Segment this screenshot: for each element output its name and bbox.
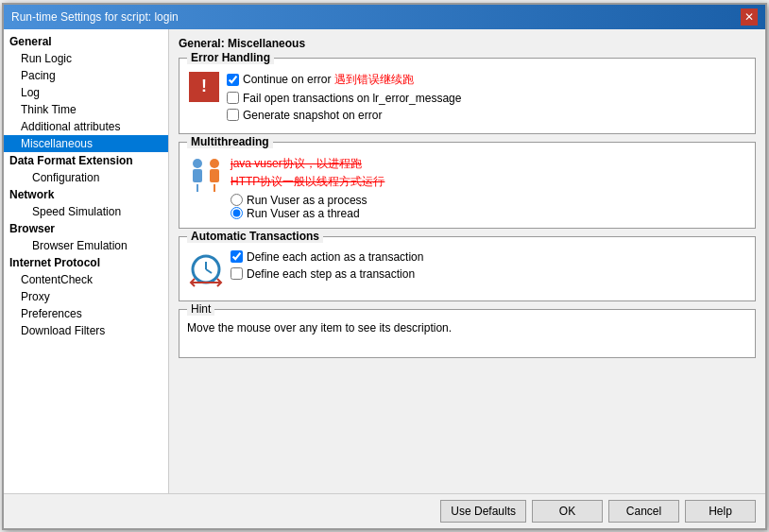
multithreading-title: Multithreading [187, 135, 273, 148]
checkbox-action-transaction-row: Define each action as a transaction [231, 250, 423, 264]
cancel-button[interactable]: Cancel [608, 500, 679, 523]
checkbox-fail-open[interactable] [227, 92, 239, 104]
sidebar-item-1[interactable]: Run Logic [4, 50, 168, 67]
sidebar-item-7[interactable]: Data Format Extension [4, 152, 168, 169]
radio-thread-row: Run Vuser as a thread [231, 207, 384, 220]
multithreading-section: java vuser协议，以进程跑 HTTP协议一般以线程方式运行 Run Vu… [189, 156, 745, 220]
sidebar-item-9[interactable]: Network [4, 186, 168, 203]
checkbox-step-transaction-row: Define each step as a transaction [231, 267, 423, 281]
checkbox-snapshot[interactable] [227, 109, 239, 121]
sidebar-item-16[interactable]: Preferences [4, 305, 168, 322]
checkbox-action-transaction[interactable] [231, 250, 243, 263]
radio-process-label: Run Vuser as a process [247, 194, 367, 207]
sidebar-item-17[interactable]: Download Filters [4, 322, 168, 339]
checkbox-snapshot-label: Generate snapshot on error [243, 109, 382, 122]
auto-trans-section: Define each action as a transaction Defi… [189, 250, 745, 293]
title-bar: Run-time Settings for script: login ✕ [4, 5, 765, 29]
main-panel: General: Miscellaneous Error Handling ! … [169, 29, 765, 493]
svg-rect-3 [210, 169, 219, 182]
auto-transactions-group: Automatic Transactions [179, 236, 756, 301]
sidebar-item-6[interactable]: Miscellaneous [4, 135, 168, 152]
error-handling-group: Error Handling ! Continue on error 遇到错误继… [179, 58, 756, 134]
checkbox-step-transaction-label: Define each step as a transaction [247, 267, 415, 281]
auto-trans-checkboxes: Define each action as a transaction Defi… [231, 250, 423, 284]
close-button[interactable]: ✕ [741, 9, 758, 26]
hint-content: Move the mouse over any item to see its … [179, 310, 755, 357]
svg-line-8 [206, 269, 212, 273]
error-icon: ! [189, 72, 219, 102]
content-area: GeneralRun LogicPacingLogThink TimeAddit… [4, 29, 765, 493]
mt-annotation-line2: HTTP协议一般以线程方式运行 [231, 175, 384, 188]
sidebar-item-8[interactable]: Configuration [4, 169, 168, 186]
sidebar-item-10[interactable]: Speed Simulation [4, 203, 168, 220]
checkbox-fail-open-row: Fail open transactions on lr_error_messa… [227, 92, 461, 105]
annotation-continue-on-error: 遇到错误继续跑 [334, 72, 414, 88]
checkbox-action-transaction-label: Define each action as a transaction [247, 250, 423, 264]
help-button[interactable]: Help [685, 500, 756, 523]
checkbox-continue-on-error[interactable] [227, 74, 239, 86]
mt-icon-svg [189, 158, 223, 196]
sidebar-item-11[interactable]: Browser [4, 220, 168, 237]
multithreading-group: Multithreading [179, 142, 756, 229]
footer: Use Defaults OK Cancel Help [4, 493, 765, 528]
checkbox-continue-on-error-row: Continue on error 遇到错误继续跑 [227, 72, 461, 88]
hint-title: Hint [187, 302, 214, 316]
svg-rect-1 [193, 169, 202, 182]
svg-point-2 [210, 159, 219, 168]
sidebar-item-13[interactable]: Internet Protocol [4, 254, 168, 271]
auto-transactions-content: Define each action as a transaction Defi… [179, 237, 755, 300]
checkbox-step-transaction[interactable] [231, 267, 243, 280]
checkbox-continue-on-error-label: Continue on error [243, 73, 331, 86]
auto-transactions-title: Automatic Transactions [187, 230, 323, 243]
sidebar-item-12[interactable]: Browser Emulation [4, 237, 168, 254]
use-defaults-button[interactable]: Use Defaults [440, 500, 526, 523]
sidebar-item-14[interactable]: ContentCheck [4, 271, 168, 288]
sidebar-item-4[interactable]: Think Time [4, 101, 168, 118]
error-checkboxes: Continue on error 遇到错误继续跑 Fail open tran… [227, 72, 461, 126]
auto-trans-icon [189, 250, 223, 293]
section-title: General: Miscellaneous [179, 37, 756, 50]
hint-text: Move the mouse over any item to see its … [187, 321, 452, 335]
sidebar-item-15[interactable]: Proxy [4, 288, 168, 305]
checkbox-fail-open-label: Fail open transactions on lr_error_messa… [243, 92, 461, 105]
error-handling-content: ! Continue on error 遇到错误继续跑 Fail open tr… [179, 59, 755, 133]
multithreading-radios-block: java vuser协议，以进程跑 HTTP协议一般以线程方式运行 Run Vu… [231, 156, 384, 220]
sidebar-item-2[interactable]: Pacing [4, 67, 168, 84]
multithreading-content: java vuser协议，以进程跑 HTTP协议一般以线程方式运行 Run Vu… [179, 143, 755, 228]
checkbox-snapshot-row: Generate snapshot on error [227, 109, 461, 122]
sidebar-item-0[interactable]: General [4, 33, 168, 50]
sidebar-item-5[interactable]: Additional attributes [4, 118, 168, 135]
sidebar-item-3[interactable]: Log [4, 84, 168, 101]
radio-process-row: Run Vuser as a process [231, 194, 384, 207]
radio-thread-label: Run Vuser as a thread [247, 207, 360, 220]
at-icon-svg [189, 252, 223, 290]
mt-annotation-line1: java vuser协议，以进程跑 [231, 157, 362, 170]
main-window: Run-time Settings for script: login ✕ Ge… [2, 3, 767, 530]
radio-thread[interactable] [231, 207, 243, 219]
ok-button[interactable]: OK [532, 500, 603, 523]
hint-box: Hint Move the mouse over any item to see… [179, 309, 756, 358]
sidebar: GeneralRun LogicPacingLogThink TimeAddit… [4, 29, 169, 493]
window-title: Run-time Settings for script: login [11, 10, 179, 24]
error-handling-title: Error Handling [187, 51, 274, 64]
svg-point-0 [193, 159, 202, 168]
radio-process[interactable] [231, 194, 243, 206]
multithreading-icon [189, 156, 223, 196]
